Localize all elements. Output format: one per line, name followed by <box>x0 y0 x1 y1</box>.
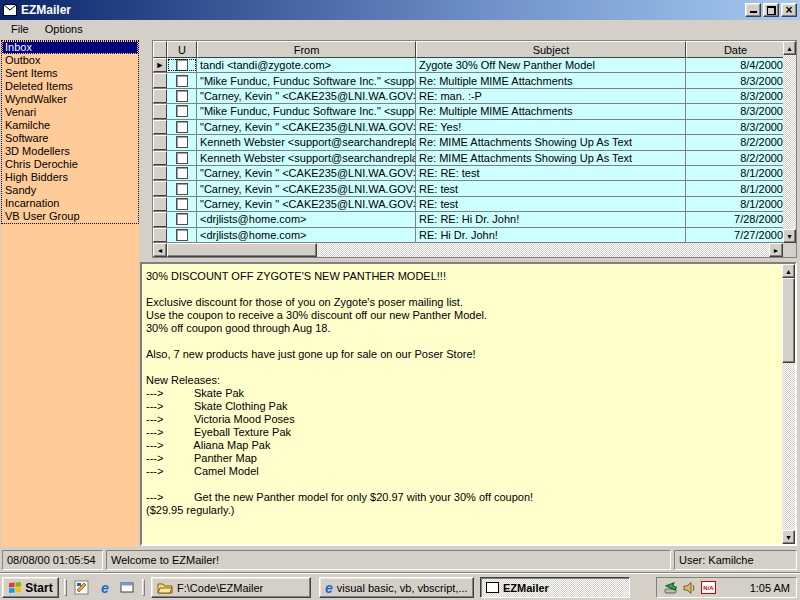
folder-list-item[interactable]: Chris Derochie <box>2 158 138 171</box>
mail-row[interactable]: ► Kenneth Webster <support@searchandrepl… <box>153 151 783 166</box>
taskbar-grip[interactable] <box>142 579 145 596</box>
row-selector-cell[interactable]: ► <box>153 212 167 226</box>
grid-vertical-scrollbar[interactable]: ▲ ▼ <box>783 41 796 243</box>
header-date[interactable]: Date <box>686 41 783 58</box>
unread-checkbox[interactable] <box>176 198 188 210</box>
scroll-left-icon[interactable]: ◄ <box>153 243 167 257</box>
subject-cell[interactable]: RE: man. :-P <box>416 89 686 103</box>
folder-list-item[interactable]: VB User Group <box>2 210 138 223</box>
header-subject[interactable]: Subject <box>416 41 686 58</box>
row-selector-cell[interactable]: ► <box>153 181 167 195</box>
taskbar-grip[interactable] <box>64 579 67 596</box>
date-cell[interactable]: 8/4/2000 <box>686 58 783 72</box>
mail-row[interactable]: ► <drjlists@home.com> RE: RE: Hi Dr. Joh… <box>153 212 783 227</box>
restore-button[interactable] <box>763 3 779 17</box>
folder-list-item[interactable]: Inbox <box>2 41 138 54</box>
folder-list-item[interactable]: Deleted Items <box>2 80 138 93</box>
message-body[interactable]: 30% DISCOUNT OFF ZYGOTE'S NEW PANTHER MO… <box>142 264 782 544</box>
message-vertical-scrollbar[interactable]: ▲ ▼ <box>782 264 795 544</box>
grid-horizontal-scrollbar[interactable]: ◄ ► <box>153 243 783 257</box>
unread-checkbox[interactable] <box>176 167 188 179</box>
folder-list-item[interactable]: Venari <box>2 106 138 119</box>
row-selector-cell[interactable]: ► <box>153 228 167 242</box>
date-cell[interactable]: 7/28/2000 <box>686 212 783 226</box>
from-cell[interactable]: Kenneth Webster <support@searchandreplac… <box>197 151 416 165</box>
task-button-explorer[interactable]: F:\Code\EZMailer <box>151 577 311 598</box>
scroll-up-icon[interactable]: ▲ <box>783 41 796 55</box>
subject-cell[interactable]: RE: Yes! <box>416 120 686 134</box>
folder-list-item[interactable]: Kamilche <box>2 119 138 132</box>
na-tray-icon[interactable]: N/A <box>701 581 716 594</box>
row-selector-cell[interactable]: ► <box>153 166 167 180</box>
from-cell[interactable]: "Carney, Kevin " <CAKE235@LNI.WA.GOV> <box>197 89 416 103</box>
row-selector-cell[interactable]: ► <box>153 58 167 72</box>
grid-hscroll-thumb[interactable] <box>167 243 317 257</box>
start-button[interactable]: Start <box>2 577 59 598</box>
date-cell[interactable]: 8/1/2000 <box>686 166 783 180</box>
scroll-up-icon[interactable]: ▲ <box>782 264 795 278</box>
task-button-browser[interactable]: e visual basic, vb, vbscript,... <box>319 577 474 598</box>
date-cell[interactable]: 8/1/2000 <box>686 181 783 195</box>
from-cell[interactable]: "Carney, Kevin " <CAKE235@LNI.WA.GOV> <box>197 120 416 134</box>
unread-checkbox[interactable] <box>176 183 188 195</box>
date-cell[interactable]: 8/3/2000 <box>686 120 783 134</box>
from-cell[interactable]: "Carney, Kevin " <CAKE235@LNI.WA.GOV> <box>197 166 416 180</box>
mail-row[interactable]: ► "Carney, Kevin " <CAKE235@LNI.WA.GOV> … <box>153 166 783 181</box>
from-cell[interactable]: <drjlists@home.com> <box>197 212 416 226</box>
row-selector-cell[interactable]: ► <box>153 197 167 211</box>
mail-row[interactable]: ► Kenneth Webster <support@searchandrepl… <box>153 135 783 150</box>
internet-explorer-icon[interactable]: e <box>96 579 114 596</box>
message-vscroll-track[interactable] <box>782 363 795 530</box>
unread-checkbox[interactable] <box>176 105 188 117</box>
from-cell[interactable]: <drjlists@home.com> <box>197 228 416 242</box>
desktop-shortcut-icon[interactable] <box>72 579 90 596</box>
folder-list-item[interactable]: Sandy <box>2 184 138 197</box>
header-from[interactable]: From <box>197 41 416 58</box>
subject-cell[interactable]: RE: RE: Hi Dr. John! <box>416 212 686 226</box>
unread-checkbox[interactable] <box>176 152 188 164</box>
close-button[interactable]: × <box>781 3 797 17</box>
menu-options[interactable]: Options <box>38 21 90 37</box>
mail-row[interactable]: ► "Carney, Kevin " <CAKE235@LNI.WA.GOV> … <box>153 197 783 212</box>
row-selector-cell[interactable]: ► <box>153 73 167 87</box>
date-cell[interactable]: 8/3/2000 <box>686 73 783 87</box>
subject-cell[interactable]: Zygote 30% Off New Panther Model <box>416 58 686 72</box>
unread-checkbox[interactable] <box>176 75 188 87</box>
mail-row[interactable]: ► "Mike Funduc, Funduc Software Inc." <s… <box>153 104 783 119</box>
mail-row[interactable]: ► <drjlists@home.com> RE: Hi Dr. John! 7… <box>153 228 783 243</box>
unread-checkbox[interactable] <box>176 229 188 241</box>
menu-file[interactable]: File <box>4 21 36 37</box>
mail-row[interactable]: ► tandi <tandi@zygote.com> Zygote 30% Of… <box>153 58 783 73</box>
folder-list-item[interactable]: Outbox <box>2 54 138 67</box>
folder-list-item[interactable]: Software <box>2 132 138 145</box>
row-selector-cell[interactable]: ► <box>153 104 167 118</box>
unread-checkbox[interactable] <box>176 59 188 71</box>
folder-list-item[interactable]: High Bidders <box>2 171 138 184</box>
subject-cell[interactable]: RE: test <box>416 181 686 195</box>
subject-cell[interactable]: RE: test <box>416 197 686 211</box>
row-selector-cell[interactable]: ► <box>153 135 167 149</box>
grid-hscroll-track[interactable] <box>317 243 769 257</box>
folder-list-item[interactable]: Sent Items <box>2 67 138 80</box>
unread-checkbox[interactable] <box>176 136 188 148</box>
task-button-ezmailer[interactable]: EZMailer <box>480 577 630 598</box>
unread-checkbox[interactable] <box>176 213 188 225</box>
from-cell[interactable]: "Carney, Kevin " <CAKE235@LNI.WA.GOV> <box>197 197 416 211</box>
unread-checkbox[interactable] <box>176 90 188 102</box>
mail-row[interactable]: ► "Carney, Kevin " <CAKE235@LNI.WA.GOV> … <box>153 181 783 196</box>
scroll-down-icon[interactable]: ▼ <box>783 229 796 243</box>
date-cell[interactable]: 7/27/2000 <box>686 228 783 242</box>
subject-cell[interactable]: RE: RE: test <box>416 166 686 180</box>
unread-checkbox[interactable] <box>176 121 188 133</box>
date-cell[interactable]: 8/2/2000 <box>686 135 783 149</box>
mail-row[interactable]: ► "Mike Funduc, Funduc Software Inc." <s… <box>153 73 783 88</box>
folder-list-item[interactable]: 3D Modellers <box>2 145 138 158</box>
date-cell[interactable]: 8/3/2000 <box>686 104 783 118</box>
grid-vscroll-track[interactable] <box>783 55 796 229</box>
scroll-right-icon[interactable]: ► <box>769 243 783 257</box>
folder-list-item[interactable]: WyndWalker <box>2 93 138 106</box>
subject-cell[interactable]: RE: Hi Dr. John! <box>416 228 686 242</box>
subject-cell[interactable]: Re: Multiple MIME Attachments <box>416 73 686 87</box>
scroll-down-icon[interactable]: ▼ <box>782 530 795 544</box>
from-cell[interactable]: "Mike Funduc, Funduc Software Inc." <sup… <box>197 73 416 87</box>
